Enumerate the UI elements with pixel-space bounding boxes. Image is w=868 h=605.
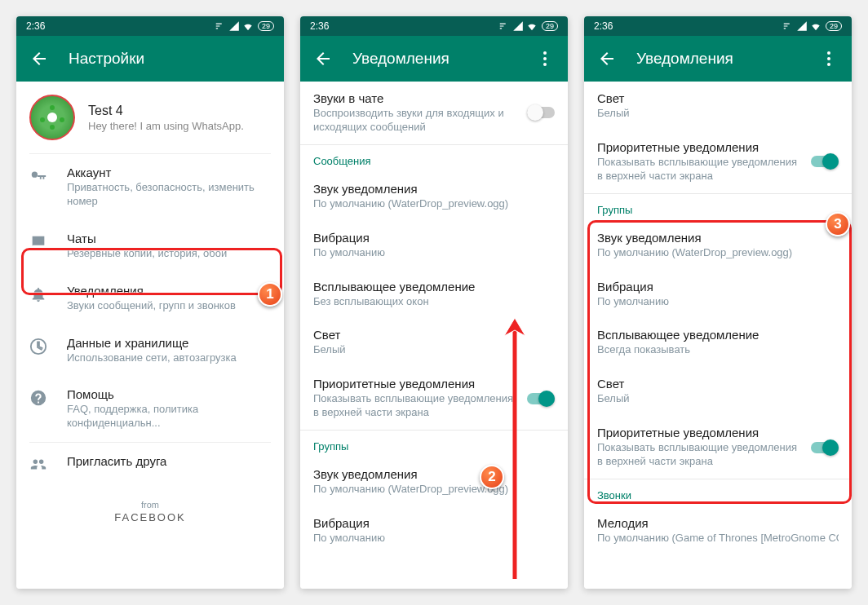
app-bar: Настройки: [16, 36, 284, 82]
setting-grp-sound[interactable]: Звук уведомления По умолчанию (WaterDrop…: [584, 221, 852, 270]
section-groups: Группы: [300, 431, 568, 457]
back-icon[interactable]: [597, 49, 617, 68]
profile-row[interactable]: Test 4 Hey there! I am using WhatsApp.: [16, 82, 284, 153]
menu-data[interactable]: Данные и хранилищеИспользование сети, ав…: [16, 325, 284, 377]
more-icon[interactable]: [819, 49, 839, 68]
menu-account[interactable]: АккаунтПриватность, безопасность, измени…: [16, 154, 284, 220]
svg-point-2: [543, 57, 547, 60]
bell-icon: [29, 285, 47, 303]
status-bar: 2:36 29: [16, 16, 284, 36]
setting-grp-light[interactable]: Свет Белый: [584, 367, 852, 416]
status-time: 2:36: [594, 20, 782, 32]
wifi-icon: [242, 20, 254, 32]
page-title: Уведомления: [352, 50, 535, 68]
volte-icon: [215, 20, 226, 32]
toggle-msg-priority[interactable]: [527, 391, 555, 407]
status-bar: 2:36 29: [300, 16, 568, 36]
page-title: Уведомления: [636, 50, 819, 68]
svg-point-6: [827, 57, 830, 60]
more-icon[interactable]: [535, 49, 555, 68]
battery-indicator: 29: [826, 21, 842, 31]
setting-chat-sounds[interactable]: Звуки в чате Воспроизводить звуки для вх…: [300, 82, 568, 144]
notifications-content: Звуки в чате Воспроизводить звуки для вх…: [300, 82, 568, 589]
phone-screen-notifications-1: 2:36 29 Уведомления Звуки в чате Воспрои…: [300, 16, 568, 589]
phone-screen-settings: 2:36 29 Настройки Test 4 Hey there! I am…: [16, 16, 284, 589]
setting-grp-sound[interactable]: Звук уведомления По умолчанию (WaterDrop…: [300, 457, 568, 506]
section-groups: Группы: [584, 194, 852, 221]
signal-icon: [228, 20, 240, 32]
svg-point-7: [827, 63, 830, 66]
volte-icon: [782, 20, 794, 32]
section-calls: Звонки: [584, 479, 852, 506]
battery-indicator: 29: [258, 21, 274, 31]
profile-status: Hey there! I am using WhatsApp.: [88, 120, 244, 132]
status-icons: 29: [782, 20, 842, 32]
menu-chats[interactable]: ЧатыРезервные копии, история, обои: [16, 220, 284, 272]
svg-point-0: [47, 113, 57, 122]
signal-icon: [512, 20, 524, 32]
setting-msg-vibration[interactable]: Вибрация По умолчанию: [300, 221, 568, 270]
page-title: Настройки: [69, 50, 271, 68]
app-bar: Уведомления: [584, 36, 852, 82]
phone-screen-notifications-2: 2:36 29 Уведомления Свет Белый Приоритет…: [584, 16, 852, 589]
status-icons: 29: [498, 20, 558, 32]
menu-help[interactable]: ПомощьFAQ, поддержка, политика конфиденц…: [16, 376, 284, 442]
setting-msg-priority[interactable]: Приоритетные уведомления Показывать вспл…: [584, 130, 852, 193]
key-icon: [29, 167, 47, 185]
setting-msg-priority[interactable]: Приоритетные уведомления Показывать вспл…: [300, 367, 568, 430]
setting-grp-popup[interactable]: Всплывающее уведомление Всегда показыват…: [584, 318, 852, 367]
menu-invite[interactable]: Пригласить друга: [16, 443, 284, 485]
svg-point-3: [543, 63, 547, 66]
setting-grp-vibration[interactable]: Вибрация По умолчанию: [300, 506, 568, 555]
battery-indicator: 29: [542, 21, 558, 31]
setting-msg-light[interactable]: Свет Белый: [300, 318, 568, 367]
invite-icon: [29, 456, 47, 474]
status-time: 2:36: [310, 20, 498, 32]
avatar: [29, 95, 75, 140]
back-icon[interactable]: [29, 49, 49, 68]
toggle-grp-priority[interactable]: [811, 439, 839, 456]
toggle-msg-priority[interactable]: [811, 153, 839, 170]
status-icons: 29: [215, 20, 274, 32]
setting-call-ringtone[interactable]: Мелодия По умолчанию (Game of Thrones [M…: [584, 506, 852, 555]
help-icon: [29, 389, 47, 407]
notifications-content-2: Свет Белый Приоритетные уведомления Пока…: [584, 82, 852, 589]
data-icon: [29, 338, 47, 355]
profile-name: Test 4: [88, 104, 244, 118]
setting-msg-sound[interactable]: Звук уведомления По умолчанию (WaterDrop…: [300, 172, 568, 221]
menu-notifications[interactable]: УведомленияЗвуки сообщений, групп и звон…: [16, 272, 284, 325]
chat-icon: [29, 233, 47, 251]
wifi-icon: [526, 20, 538, 32]
status-bar: 2:36 29: [584, 16, 852, 36]
app-bar: Уведомления: [300, 36, 568, 82]
toggle-chat-sounds[interactable]: [527, 104, 555, 121]
volte-icon: [498, 20, 510, 32]
section-messages: Сообщения: [300, 145, 568, 172]
from-facebook: from FACEBOOK: [16, 485, 284, 538]
svg-point-1: [543, 51, 547, 55]
back-icon[interactable]: [313, 49, 333, 68]
signal-icon: [796, 20, 808, 32]
wifi-icon: [810, 20, 822, 32]
setting-msg-light[interactable]: Свет Белый: [584, 82, 852, 130]
setting-grp-priority[interactable]: Приоритетные уведомления Показывать вспл…: [584, 416, 852, 479]
setting-grp-vibration[interactable]: Вибрация По умолчанию: [584, 270, 852, 319]
status-time: 2:36: [26, 20, 215, 32]
svg-point-5: [827, 51, 830, 55]
settings-content: Test 4 Hey there! I am using WhatsApp. А…: [16, 82, 284, 589]
setting-msg-popup[interactable]: Всплывающее уведомление Без всплывающих …: [300, 270, 568, 319]
